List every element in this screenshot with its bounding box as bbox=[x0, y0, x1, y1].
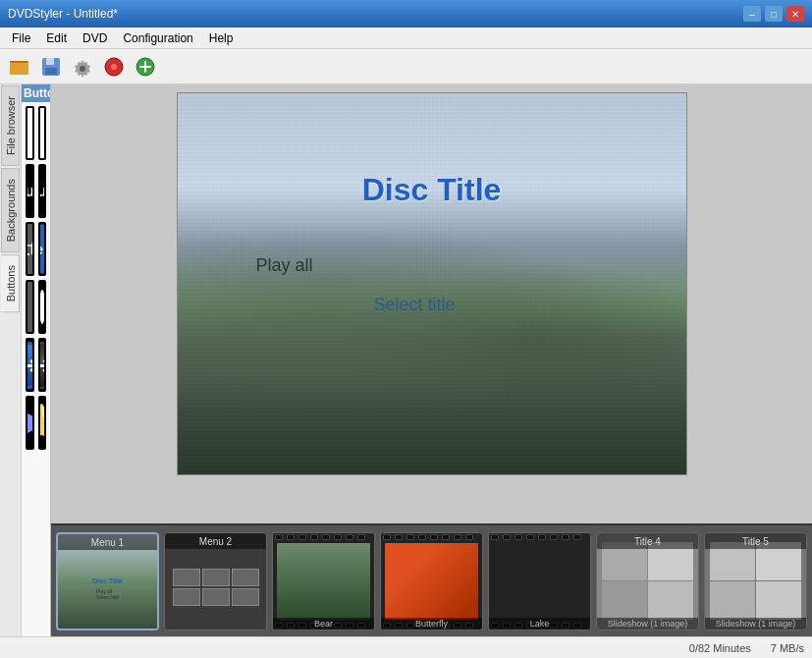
thumb-sublabel-slideshow-1: Slideshow (1 image) bbox=[597, 618, 698, 630]
button-preview-5: button bbox=[27, 224, 32, 274]
maximize-button[interactable]: □ bbox=[765, 6, 783, 22]
thumb-sublabel-slideshow-2: Slideshow (1 image) bbox=[705, 618, 806, 630]
disc-title[interactable]: Disc Title bbox=[178, 172, 686, 208]
svg-rect-5 bbox=[45, 68, 57, 75]
menu-dvd[interactable]: DVD bbox=[75, 29, 115, 47]
thumbnail-menu-2[interactable]: Menu 2 bbox=[164, 532, 267, 631]
texture-overlay bbox=[178, 93, 686, 474]
button-preview-2: button bbox=[39, 108, 45, 158]
arrow-flat-icon bbox=[27, 398, 32, 448]
arrow-blue-icon: ➜ bbox=[26, 342, 34, 389]
menu-help[interactable]: Help bbox=[201, 29, 242, 47]
panel-header: Buttons bbox=[22, 84, 50, 102]
svg-rect-2 bbox=[10, 61, 28, 63]
button-template-6[interactable]: Menu bbox=[38, 222, 47, 276]
svg-rect-4 bbox=[46, 58, 54, 65]
svg-point-6 bbox=[80, 66, 85, 72]
titlebar-controls: – □ ✕ bbox=[743, 6, 804, 22]
dvd-canvas: Disc Title Play all Select title bbox=[177, 92, 687, 475]
thumbnail-title-5[interactable]: Title 5 Slideshow (1 image) bbox=[704, 532, 807, 631]
svg-rect-11 bbox=[139, 66, 151, 68]
settings-button[interactable] bbox=[69, 53, 96, 81]
play-all-button[interactable]: Play all bbox=[256, 255, 313, 276]
select-title-button[interactable]: Select title bbox=[374, 295, 456, 315]
sidebar-tab-file-browser[interactable]: File browser bbox=[1, 85, 20, 166]
buttons-panel: Buttons button button button button bbox=[22, 84, 51, 636]
flat-arrow-shape bbox=[26, 406, 34, 441]
thumb-label-menu-1: Menu 1 bbox=[58, 534, 157, 550]
button-preview-7 bbox=[27, 282, 32, 332]
thumbnail-title-4[interactable]: Title 4 Slideshow (1 image) bbox=[596, 532, 699, 631]
right-main: Disc Title Play all Select title Menu 1 … bbox=[51, 84, 812, 636]
sidebar-tab-buttons[interactable]: Buttons bbox=[1, 254, 20, 312]
menu-file[interactable]: File bbox=[4, 29, 38, 47]
button-template-3[interactable]: button bbox=[26, 164, 34, 218]
button-preview-3: button bbox=[27, 166, 32, 216]
star-icon: ⭐ bbox=[40, 398, 45, 448]
status-size: 7 MB/s bbox=[771, 642, 804, 654]
menu-configuration[interactable]: Configuration bbox=[115, 29, 200, 47]
save-button[interactable] bbox=[37, 53, 65, 81]
button-template-10[interactable]: ➜ bbox=[38, 338, 47, 392]
sidebar-tabs: File browser Backgrounds Buttons bbox=[0, 84, 22, 636]
arrow-dark-icon: ➜ bbox=[38, 342, 47, 389]
thumb-label-menu-2: Menu 2 bbox=[165, 533, 266, 549]
button-preview-8 bbox=[40, 282, 45, 332]
thumbnail-title-1[interactable]: Title 1 Bear bbox=[272, 532, 375, 631]
button-preview-4: button bbox=[40, 166, 45, 216]
toolbar bbox=[0, 49, 812, 84]
burn-button[interactable] bbox=[100, 53, 128, 81]
button-template-7[interactable] bbox=[26, 280, 34, 334]
thumbnails-area: Menu 1 Disc Title Play allSelect title M… bbox=[51, 523, 812, 636]
open-folder-button[interactable] bbox=[6, 53, 33, 81]
thumb-sublabel-lake: Lake bbox=[489, 618, 590, 630]
film-strip-3 bbox=[489, 533, 590, 630]
thumbnail-menu-1[interactable]: Menu 1 Disc Title Play allSelect title bbox=[56, 532, 159, 631]
button-template-5[interactable]: button bbox=[26, 222, 34, 276]
thumb-label-title-5: Title 5 bbox=[705, 533, 806, 549]
sidebar-tab-backgrounds[interactable]: Backgrounds bbox=[1, 168, 20, 252]
svg-rect-1 bbox=[10, 63, 28, 75]
button-template-2[interactable]: button bbox=[38, 106, 47, 160]
button-template-9[interactable]: ➜ bbox=[26, 338, 34, 392]
button-template-8[interactable] bbox=[38, 280, 47, 334]
status-time: 0/82 Minutes bbox=[689, 642, 751, 654]
button-template-4[interactable]: button bbox=[38, 164, 47, 218]
button-preview-6: Menu bbox=[40, 224, 45, 274]
svg-point-8 bbox=[111, 64, 117, 70]
film-strip-2 bbox=[381, 533, 482, 630]
thumb-sublabel-butterfly: Butterfly bbox=[381, 618, 482, 630]
titlebar-title: DVDStyler - Untitled* bbox=[8, 7, 118, 21]
thumb-sublabel-bear: Bear bbox=[273, 618, 374, 630]
thumb-label-title-4: Title 4 bbox=[597, 533, 698, 549]
minimize-button[interactable]: – bbox=[743, 6, 761, 22]
button-template-1[interactable]: button bbox=[26, 106, 34, 160]
add-button[interactable] bbox=[132, 53, 159, 81]
panel-content: button button button button button bbox=[22, 102, 50, 636]
thumbnail-title-2[interactable]: Title 2 Butterf bbox=[380, 532, 483, 631]
oval-shape bbox=[39, 290, 45, 324]
button-template-11[interactable] bbox=[26, 396, 34, 450]
thumbnail-title-3[interactable]: Title 3 Lake bbox=[488, 532, 591, 631]
statusbar: 0/82 Minutes 7 MB/s bbox=[0, 636, 812, 658]
canvas-area: Disc Title Play all Select title bbox=[51, 84, 812, 523]
button-template-12[interactable]: ⭐ bbox=[38, 396, 47, 450]
button-preview-1: button bbox=[27, 108, 32, 158]
titlebar: DVDStyler - Untitled* – □ ✕ bbox=[0, 0, 812, 27]
menubar: File Edit DVD Configuration Help bbox=[0, 27, 812, 49]
close-button[interactable]: ✕ bbox=[786, 6, 804, 22]
main-layout: File browser Backgrounds Buttons Buttons… bbox=[0, 84, 812, 636]
film-strip-1 bbox=[273, 533, 374, 630]
menu-edit[interactable]: Edit bbox=[38, 29, 75, 47]
